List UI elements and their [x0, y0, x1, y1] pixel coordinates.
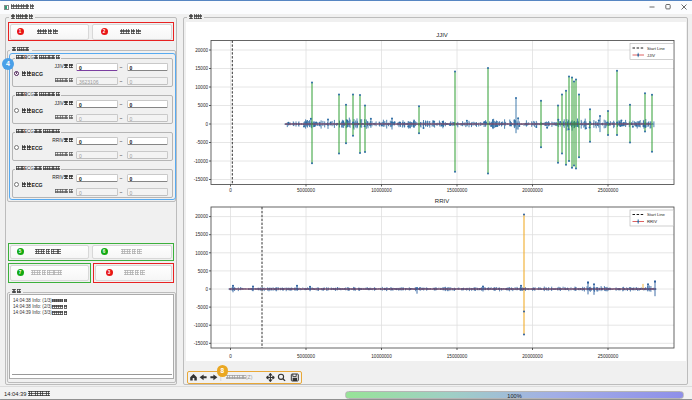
svg-text:25000000: 25000000: [598, 188, 619, 193]
svg-text:Start Line: Start Line: [647, 212, 666, 217]
svg-text:20000: 20000: [195, 48, 208, 53]
svg-text:10000000: 10000000: [371, 354, 392, 359]
svg-text:15000000: 15000000: [447, 188, 468, 193]
svg-text:JJIV: JJIV: [436, 32, 448, 38]
svg-text:-10000: -10000: [194, 159, 209, 164]
svg-text:10000: 10000: [195, 85, 208, 90]
svg-text:-5000: -5000: [196, 305, 208, 310]
svg-text:10000: 10000: [195, 251, 208, 256]
svg-text:5000: 5000: [198, 103, 209, 108]
svg-text:0: 0: [205, 122, 208, 127]
svg-text:-5000: -5000: [196, 140, 208, 145]
svg-text:-15000: -15000: [194, 177, 209, 182]
svg-text:10000000: 10000000: [371, 188, 392, 193]
svg-text:20000000: 20000000: [522, 188, 543, 193]
svg-text:15000: 15000: [195, 232, 208, 237]
svg-text:20000000: 20000000: [522, 354, 543, 359]
svg-text:0: 0: [205, 287, 208, 292]
svg-text:25000000: 25000000: [598, 354, 619, 359]
svg-text:20000: 20000: [195, 214, 208, 219]
svg-text:Start Line: Start Line: [647, 46, 666, 51]
svg-text:15000: 15000: [195, 66, 208, 71]
svg-text:JJIV: JJIV: [647, 53, 655, 58]
svg-text:15000000: 15000000: [447, 354, 468, 359]
svg-text:-15000: -15000: [194, 341, 209, 346]
svg-text:-10000: -10000: [194, 323, 209, 328]
svg-text:RRIV: RRIV: [435, 198, 449, 204]
svg-text:5000000: 5000000: [297, 354, 315, 359]
svg-text:5000: 5000: [198, 269, 209, 274]
svg-text:5000000: 5000000: [297, 188, 315, 193]
svg-text:0: 0: [229, 188, 232, 193]
svg-text:RRIV: RRIV: [647, 219, 657, 224]
svg-text:0: 0: [229, 354, 232, 359]
